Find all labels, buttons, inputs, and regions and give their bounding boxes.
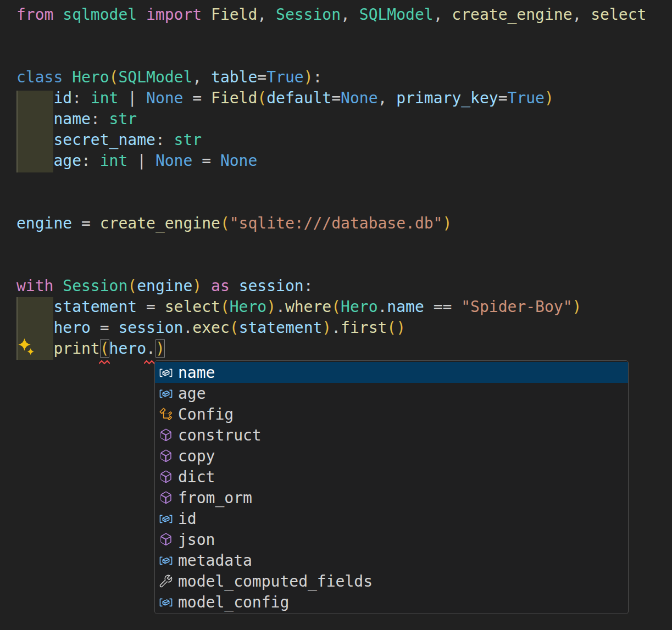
code-token: ==: [424, 298, 461, 316]
code-line[interactable]: with Session(engine) as session:: [0, 276, 672, 297]
code-token: [202, 5, 211, 24]
code-line[interactable]: [0, 25, 672, 46]
matched-bracket: ): [155, 339, 165, 358]
suggest-item-age[interactable]: age: [155, 383, 628, 404]
code-token: primary_key: [396, 89, 498, 107]
error-squiggle: [99, 356, 110, 367]
code-token: :: [155, 131, 174, 149]
copilot-sparkle-icon[interactable]: [17, 337, 35, 359]
suggest-item-construct[interactable]: construct: [155, 425, 628, 445]
code-line[interactable]: name: str: [0, 109, 672, 130]
code-token: [53, 277, 63, 295]
code-area: from sqlmodel import Field, Session, SQL…: [0, 4, 672, 359]
suggest-item-name[interactable]: name: [155, 362, 628, 383]
code-token: =: [183, 89, 211, 107]
code-token: (: [220, 214, 230, 232]
code-token: :: [91, 110, 109, 128]
code-token: engine: [16, 214, 72, 232]
suggest-item-model_config[interactable]: model_config: [155, 592, 628, 612]
suggest-item-json[interactable]: json: [155, 529, 628, 550]
code-token: print: [53, 339, 99, 358]
code-line[interactable]: [0, 234, 672, 255]
code-line[interactable]: [0, 171, 672, 192]
code-token: ): [573, 298, 582, 316]
code-token: create_engine: [100, 214, 220, 232]
code-token: Field: [211, 5, 257, 24]
code-token: (: [220, 298, 230, 316]
code-token: from: [16, 5, 53, 24]
code-token: default: [266, 89, 331, 107]
code-token: Hero: [341, 298, 377, 316]
code-token: [63, 68, 72, 86]
code-line[interactable]: [0, 255, 672, 276]
code-token: "Spider-Boy": [461, 298, 572, 316]
code-line[interactable]: statement = select(Hero).where(Hero.name…: [0, 297, 672, 317]
code-line[interactable]: id: int | None = Field(default=None, pri…: [0, 88, 672, 109]
code-token: statement: [239, 319, 323, 337]
code-token: .: [331, 319, 341, 337]
suggest-item-dict[interactable]: dict: [155, 466, 628, 487]
code-token: [230, 277, 239, 295]
code-token: statement: [53, 298, 137, 316]
code-token: .: [276, 298, 285, 316]
code-line[interactable]: age: int | None = None: [0, 150, 672, 171]
code-token: :: [304, 277, 313, 295]
code-token: age: [53, 152, 81, 170]
symbol-variable-icon: [159, 511, 173, 526]
suggest-item-label: id: [178, 510, 197, 528]
code-token: None: [155, 152, 192, 170]
code-token: ): [304, 68, 313, 86]
code-token: [202, 277, 211, 295]
code-line[interactable]: [0, 192, 672, 213]
matched-bracket: (: [100, 339, 109, 358]
code-token: :: [313, 68, 322, 86]
suggest-item-label: model_computed_fields: [178, 572, 373, 590]
suggest-item-metadata[interactable]: metadata: [155, 550, 628, 571]
code-line[interactable]: class Hero(SQLModel, table=True):: [0, 67, 672, 88]
code-token: name: [387, 298, 424, 316]
code-token: [16, 110, 53, 128]
code-token: (: [387, 319, 396, 337]
suggest-item-id[interactable]: id: [155, 508, 628, 529]
suggest-item-label: name: [178, 364, 215, 382]
code-token: =: [331, 89, 341, 107]
code-token: (: [127, 277, 137, 295]
code-line[interactable]: [0, 46, 672, 67]
code-token: [16, 298, 53, 316]
code-token: str: [174, 131, 202, 149]
code-token: Hero: [72, 68, 109, 86]
code-line[interactable]: engine = create_engine("sqlite:///databa…: [0, 213, 672, 234]
code-token: :: [81, 152, 100, 170]
code-token: ,: [434, 5, 452, 24]
symbol-variable-icon: [159, 553, 173, 567]
code-token: ,: [257, 5, 276, 24]
code-line[interactable]: hero = session.exec(statement).first(): [0, 317, 672, 338]
code-line[interactable]: from sqlmodel import Field, Session, SQL…: [0, 4, 672, 25]
code-token: hero: [109, 339, 146, 358]
code-token: ): [396, 319, 406, 337]
symbol-method-icon: [159, 449, 173, 463]
suggest-item-label: model_config: [178, 593, 289, 611]
code-token: [53, 5, 63, 24]
code-token: ,: [192, 68, 211, 86]
suggest-widget: nameageConfigconstructcopydictfrom_ormid…: [154, 360, 629, 614]
code-line[interactable]: secret_name: str: [0, 130, 672, 150]
code-token: (: [331, 298, 341, 316]
code-token: class: [16, 68, 63, 86]
code-token: ): [322, 319, 331, 337]
suggest-item-model_computed_fields[interactable]: model_computed_fields: [155, 571, 628, 592]
symbol-method-icon: [159, 490, 173, 505]
suggest-item-from_orm[interactable]: from_orm: [155, 487, 628, 508]
code-token: [16, 152, 53, 170]
suggest-item-Config[interactable]: Config: [155, 404, 628, 425]
code-token: (: [109, 68, 119, 86]
code-token: session: [118, 319, 183, 337]
code-token: =: [137, 298, 165, 316]
code-token: str: [109, 110, 137, 128]
code-token: True: [266, 68, 303, 86]
suggest-item-label: construct: [178, 426, 262, 444]
code-token: ): [545, 89, 554, 107]
code-token: =: [72, 214, 100, 232]
suggest-list: nameageConfigconstructcopydictfrom_ormid…: [155, 362, 628, 612]
suggest-item-copy[interactable]: copy: [155, 445, 628, 466]
